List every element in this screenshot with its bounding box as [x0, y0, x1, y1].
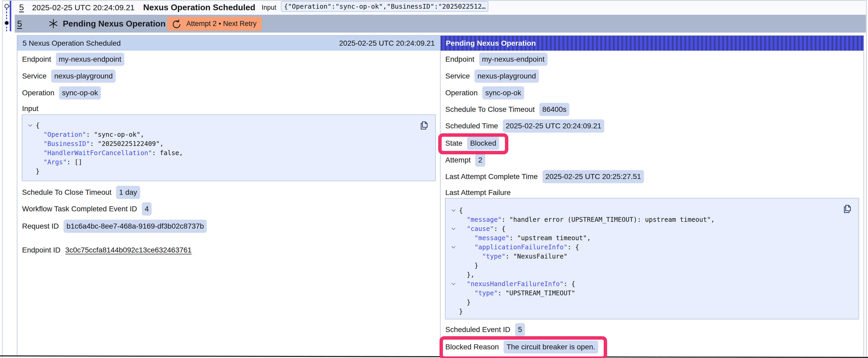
field-input-label: Input	[22, 104, 38, 113]
pending-nexus-operation-row[interactable]: 5 Pending Nexus Operation Attempt 2 • Ne…	[15, 15, 866, 33]
field-schedule-to-close-timeout-value: 86400s	[539, 103, 569, 116]
field-scheduled-time-label: Scheduled Time	[445, 122, 498, 130]
annotation-box-blocked-reason	[439, 336, 607, 358]
field-last-attempt-failure-label: Last Attempt Failure	[445, 188, 511, 197]
field-schedule-to-close-timeout: Schedule To Close Timeout 1 day	[22, 186, 140, 199]
field-schedule-to-close-timeout-value: 1 day	[116, 186, 140, 199]
retry-icon	[172, 20, 181, 28]
field-attempt-value: 2	[475, 154, 485, 167]
code-line: "message": "upstream timeout",	[445, 233, 859, 242]
code-line: }	[22, 167, 435, 176]
timeline-event-dot-open[interactable]	[4, 4, 9, 8]
field-service-value: nexus-playground	[474, 70, 539, 83]
code-line: "applicationFailureInfo": {	[445, 242, 859, 252]
field-workflow-task-completed-event-id: Workflow Task Completed Event ID 4	[22, 202, 152, 216]
field-operation-label: Operation	[22, 89, 54, 97]
retry-attempt-badge: Attempt 2 • Next Retry	[167, 17, 262, 31]
code-line: }	[445, 261, 859, 270]
field-schedule-to-close-timeout-label: Schedule To Close Timeout	[445, 105, 535, 113]
field-attempt: Attempt 2	[445, 154, 485, 167]
chevron-down-icon[interactable]	[27, 121, 33, 130]
scheduled-panel-timestamp: 2025-02-25 UTC 20:24:09.21	[339, 39, 435, 47]
timeline-gutter	[0, 0, 16, 37]
scheduled-panel-title: 5 Nexus Operation Scheduled	[23, 39, 121, 47]
field-scheduled-event-id-value: 5	[515, 323, 525, 336]
event-id-link[interactable]: 5	[19, 1, 24, 14]
field-endpoint-id-label: Endpoint ID	[22, 246, 60, 254]
field-scheduled-time-value: 2025-02-25 UTC 20:24:09.21	[503, 120, 604, 133]
field-scheduled-time: Scheduled Time 2025-02-25 UTC 20:24:09.2…	[445, 120, 604, 133]
retry-badge-label: Attempt 2 • Next Retry	[186, 20, 257, 28]
field-schedule-to-close-timeout-label: Schedule To Close Timeout	[22, 188, 112, 197]
chevron-down-icon[interactable]	[450, 206, 457, 215]
code-line: {	[22, 121, 435, 130]
pending-panel-title: Pending Nexus Operation	[446, 39, 536, 47]
code-line: "nexusHandlerFailureInfo": {	[445, 279, 859, 288]
field-request-id: Request ID b1c6a4bc-8ee7-468a-9169-df3b0…	[22, 220, 207, 233]
field-operation-value: sync-op-ok	[482, 86, 524, 99]
event-title: Nexus Operation Scheduled	[143, 1, 255, 14]
field-workflow-task-completed-event-id-label: Workflow Task Completed Event ID	[22, 205, 137, 213]
event-row-nexus-operation-scheduled[interactable]: 5 2025-02-25 UTC 20:24:09.21 Nexus Opera…	[2, 1, 866, 14]
endpoint-id-link[interactable]: 3c0c75ccfa8144b092c13ce632463761	[65, 246, 191, 254]
field-request-id-value: b1c6a4bc-8ee7-468a-9169-df3b02c8737b	[64, 220, 207, 233]
code-line: },	[445, 270, 859, 279]
timeline-event-dot-filled[interactable]	[4, 21, 9, 26]
code-line: }	[445, 307, 859, 316]
field-scheduled-event-id: Scheduled Event ID 5	[445, 323, 525, 336]
event-timestamp: 2025-02-25 UTC 20:24:09.21	[32, 1, 134, 14]
field-request-id-label: Request ID	[22, 222, 59, 230]
field-endpoint: Endpoint my-nexus-endpoint	[22, 53, 124, 66]
chevron-down-icon[interactable]	[450, 242, 457, 252]
asterisk-icon	[49, 19, 58, 28]
code-line: "type": "UPSTREAM_TIMEOUT"	[445, 288, 859, 298]
field-endpoint-id: Endpoint ID 3c0c75ccfa8144b092c13ce63246…	[22, 243, 191, 257]
field-endpoint: Endpoint my-nexus-endpoint	[445, 53, 548, 66]
chevron-down-icon[interactable]	[450, 279, 457, 288]
scheduled-panel-header: 5 Nexus Operation Scheduled 2025-02-25 U…	[17, 36, 440, 51]
field-endpoint-value: my-nexus-endpoint	[56, 53, 124, 66]
code-line: "message": "handler error (UPSTREAM_TIME…	[445, 215, 859, 224]
field-workflow-task-completed-event-id-value: 4	[142, 202, 152, 216]
chevron-down-icon[interactable]	[450, 224, 457, 233]
code-line: "Operation": "sync-op-ok",	[22, 130, 435, 139]
field-endpoint-label: Endpoint	[445, 55, 474, 64]
field-operation: Operation sync-op-ok	[22, 86, 101, 99]
event-input-preview[interactable]: {"Operation":"sync-op-ok","BusinessID":"…	[281, 1, 488, 12]
field-schedule-to-close-timeout: Schedule To Close Timeout 86400s	[445, 103, 569, 116]
field-operation: Operation sync-op-ok	[445, 86, 524, 99]
pending-panel-header: Pending Nexus Operation	[440, 36, 864, 51]
pending-event-id-link[interactable]: 5	[17, 15, 22, 33]
field-endpoint-value: my-nexus-endpoint	[479, 53, 548, 66]
field-service-label: Service	[445, 72, 470, 80]
field-last-attempt-complete-time-label: Last Attempt Complete Time	[445, 172, 538, 181]
pending-operation-panel: Pending Nexus Operation Endpoint my-nexu…	[440, 35, 864, 356]
field-operation-value: sync-op-ok	[59, 86, 101, 99]
code-line: }	[445, 298, 859, 307]
timeline-dotted-line	[6, 9, 7, 31]
pending-row-title: Pending Nexus Operation	[63, 15, 165, 33]
field-last-attempt-complete-time-value: 2025-02-25 UTC 20:25:27.51	[542, 170, 644, 183]
field-service-value: nexus-playground	[51, 70, 116, 83]
field-service: Service nexus-playground	[445, 70, 539, 83]
field-service-label: Service	[22, 72, 46, 80]
event-detail-panel-scheduled: 5 Nexus Operation Scheduled 2025-02-25 U…	[17, 35, 440, 356]
code-line: "type": "NexusFailure"	[445, 252, 859, 261]
field-attempt-label: Attempt	[445, 156, 470, 164]
field-endpoint-label: Endpoint	[22, 55, 51, 64]
field-service: Service nexus-playground	[22, 70, 116, 83]
temporal-event-history-page: 5 2025-02-25 UTC 20:24:09.21 Nexus Opera…	[0, 0, 868, 358]
code-line: "BusinessID": "20250225122409",	[22, 139, 435, 148]
field-scheduled-event-id-label: Scheduled Event ID	[445, 325, 510, 334]
window-bottom-edge	[603, 356, 868, 358]
event-input-label: Input	[262, 1, 276, 14]
timeline-active-bar	[10, 1, 11, 31]
annotation-box-state	[438, 133, 508, 154]
field-last-attempt-complete-time: Last Attempt Complete Time 2025-02-25 UT…	[445, 170, 644, 183]
last-attempt-failure-json-viewer: { "message": "handler error (UPSTREAM_TI…	[445, 198, 859, 319]
input-json-viewer: { "Operation": "sync-op-ok", "BusinessID…	[22, 115, 436, 181]
code-line: "Args": []	[22, 158, 435, 167]
code-line: "HandlerWaitForCancellation": false,	[22, 148, 435, 158]
code-line: "cause": {	[445, 224, 859, 233]
field-operation-label: Operation	[445, 89, 477, 97]
